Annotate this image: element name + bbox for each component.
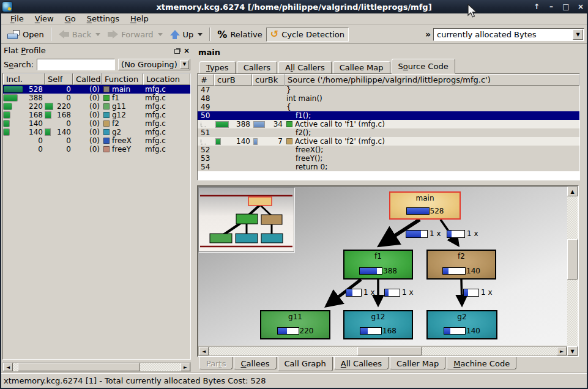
toolbar-overflow-chevron[interactable]: » (425, 29, 431, 39)
tab-all-callees[interactable]: All Callees (334, 357, 389, 369)
dock-float-icon[interactable] (174, 49, 180, 54)
dock-titlebar[interactable]: Flat Profile × (2, 45, 191, 56)
tree-branch-icon (201, 139, 206, 144)
tab-machine-code[interactable]: Machine Code (447, 357, 516, 369)
table-row-freeY[interactable]: 0 0 (0) freeY mfg.c (3, 145, 190, 154)
column-header-curB[interactable]: curB (214, 74, 252, 86)
shade-button[interactable]: ↑ (532, 1, 541, 13)
source-line[interactable]: 48 int main() (198, 94, 579, 103)
column-header-source[interactable]: Source ('/home/philippe/valgrind/littlep… (285, 74, 579, 86)
dock-close-icon[interactable]: × (184, 48, 190, 54)
tab-parts[interactable]: Parts (199, 357, 233, 369)
source-line[interactable]: 47 } (198, 86, 579, 94)
graph-node-g12[interactable]: g12 168 (343, 310, 413, 339)
graph-node-g2[interactable]: g2 140 (426, 310, 497, 339)
function-icon (286, 121, 292, 127)
source-line[interactable]: 51 f2(); (198, 128, 579, 137)
graph-node-f1[interactable]: f1 388 (343, 250, 413, 280)
graph-hscrollbar[interactable]: ◄ ► (198, 346, 567, 356)
scroll-left-icon[interactable]: ◄ (199, 347, 209, 355)
table-row-g11[interactable]: 220 220 (0) g11 mfg.c (3, 102, 190, 111)
table-row-freeX[interactable]: 0 0 (0) freeX mfg.c (3, 136, 190, 145)
toolbar-separator (51, 28, 52, 41)
forward-button[interactable]: Forward (104, 28, 166, 41)
function-icon (103, 95, 110, 101)
edge-label-f1-g11: 1 x (346, 288, 375, 297)
table-row-g12[interactable]: 168 168 (0) g12 mfg.c (3, 111, 190, 119)
toolbar: Open Back Forward Up % Relative ↺ (1, 25, 587, 44)
scroll-left-icon[interactable]: ◄ (3, 363, 13, 371)
callee-tabs: Parts Callees Call Graph All Callees Cal… (197, 357, 587, 372)
column-header-curBk[interactable]: curBk (252, 74, 285, 86)
menu-file[interactable]: File (5, 13, 29, 24)
column-header-incl[interactable]: Incl. (3, 73, 45, 85)
function-icon (103, 86, 110, 92)
table-row-main[interactable]: 528 0 (0) main mfg.c (3, 85, 190, 94)
menu-help[interactable]: Help (125, 13, 154, 24)
source-line[interactable]: 54 return 0; (198, 163, 579, 171)
horizontal-splitter[interactable] (197, 180, 587, 185)
table-row-g2[interactable]: 140 140 (0) g2 mfg.c (3, 128, 190, 136)
titlebar[interactable]: xtmemory.kcg.6274 [/home/philippe/valgri… (0, 0, 588, 13)
source-call-annotation[interactable]: 140 7 Active call to 'f2' (mfg.c) (198, 137, 579, 146)
source-line[interactable]: 52 freeX(); (198, 146, 579, 154)
search-input[interactable] (37, 59, 115, 70)
close-button[interactable]: × (576, 1, 586, 13)
menu-settings[interactable]: Settings (81, 13, 125, 24)
source-tabs: Types Callers All Callers Callee Map Sou… (197, 59, 587, 73)
flat-profile-hscrollbar[interactable]: ◄ ► (2, 362, 191, 372)
graph-node-g11[interactable]: g11 220 (260, 310, 330, 339)
back-button[interactable]: Back (55, 28, 105, 41)
scrollbar-thumb[interactable] (18, 363, 140, 371)
column-header-self[interactable]: Self (45, 73, 73, 85)
grouping-select[interactable]: (No Grouping) ▼ (118, 59, 190, 70)
source-call-annotation[interactable]: 388 34 Active call to 'f1' (mfg.c) (198, 120, 579, 128)
chevron-down-icon[interactable]: ▼ (180, 60, 189, 69)
source-line[interactable]: 49 { (198, 103, 579, 111)
tab-callee-map[interactable]: Callee Map (333, 61, 390, 73)
table-row-f2[interactable]: 140 0 (0) f2 mfg.c (3, 119, 190, 128)
source-line[interactable]: 53 freeY(); (198, 154, 579, 163)
statusbar: xtmemory.kcg.6274 [1] - Total currently … (1, 373, 587, 388)
forward-arrow-icon (108, 30, 118, 39)
tab-source-code[interactable]: Source Code (392, 59, 455, 73)
event-type-select[interactable]: currently allocated Bytes ▼ (433, 28, 584, 41)
graph-node-main[interactable]: main 528 (389, 191, 461, 220)
open-button[interactable]: Open (4, 28, 48, 41)
birds-eye-view[interactable] (198, 187, 294, 252)
source-line-selected[interactable]: 50 f1(); (198, 111, 579, 120)
tab-callers[interactable]: Callers (237, 61, 277, 73)
window-body: File View Go Settings Help Open Back For… (1, 13, 587, 388)
call-graph-panel: main 528 f1 388 f2 140 g11 (197, 185, 579, 357)
maximize-button[interactable]: □ (561, 1, 571, 13)
tab-all-callers[interactable]: All Callers (278, 61, 332, 73)
relative-toggle-button[interactable]: % Relative (214, 27, 266, 42)
column-header-line[interactable]: # (198, 74, 214, 86)
graph-node-f2[interactable]: f2 140 (426, 250, 496, 280)
scrollbar-thumb[interactable] (567, 239, 578, 280)
up-button[interactable]: Up (166, 28, 207, 41)
tab-callees[interactable]: Callees (234, 357, 276, 369)
graph-vscrollbar[interactable]: ▲ ▼ (567, 187, 578, 356)
scroll-up-icon[interactable]: ▲ (567, 187, 578, 196)
scrollbar-thumb[interactable] (357, 347, 422, 355)
chevron-down-icon[interactable]: ▼ (573, 29, 583, 40)
table-row-f1[interactable]: 388 0 (0) f1 mfg.c (3, 94, 190, 102)
menu-go[interactable]: Go (59, 13, 81, 24)
vertical-splitter[interactable] (191, 44, 196, 372)
menu-view[interactable]: View (29, 13, 59, 24)
tab-call-graph[interactable]: Call Graph (278, 357, 333, 371)
column-header-location[interactable]: Location (143, 73, 190, 85)
tab-types[interactable]: Types (199, 61, 236, 73)
scroll-right-icon[interactable]: ► (557, 347, 567, 355)
cycle-detection-button[interactable]: ↺ Cycle Detection (266, 28, 349, 42)
forward-dropdown-icon (158, 33, 163, 36)
scroll-down-icon[interactable]: ▼ (567, 346, 578, 356)
minimize-button[interactable]: – (546, 1, 556, 13)
call-graph-canvas[interactable]: main 528 f1 388 f2 140 g11 (198, 187, 567, 346)
column-header-called[interactable]: Called (73, 73, 102, 85)
tab-caller-map[interactable]: Caller Map (390, 357, 445, 369)
column-header-function[interactable]: Function (102, 73, 143, 85)
scroll-right-icon[interactable]: ► (180, 363, 190, 371)
open-folder-icon (7, 30, 20, 39)
